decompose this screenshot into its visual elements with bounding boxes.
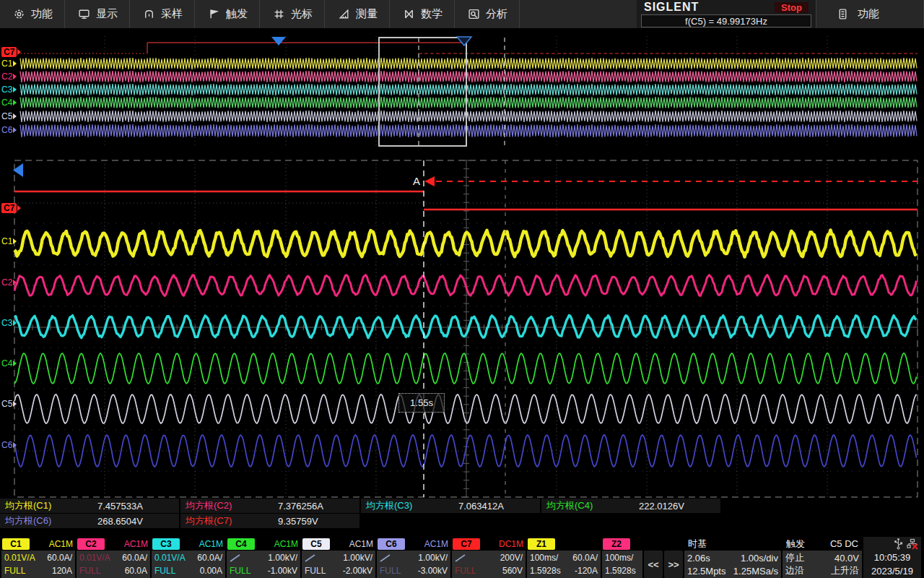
waveform-main-grid[interactable]: A C7C1C2C3C4C5C6 1.55s [0,159,924,500]
channel-coupling: AC1M [424,539,448,549]
menu-item-analysis[interactable]: 分析 [455,0,520,28]
menu-label: 功能 [31,7,53,21]
channel-coupling: AC1M [49,539,73,549]
measurement-label: 均方根(C1) [5,499,51,512]
menu-label: 数学 [421,7,443,21]
menu-label: 分析 [486,7,507,21]
history-back-button[interactable]: << [644,551,663,578]
zoom-badge[interactable]: Z2 [603,538,630,550]
channel-badge[interactable]: C3 [152,538,180,550]
cursor-delta-label[interactable]: 1.55s [398,393,445,413]
channel-status-C7[interactable]: C7DC1M200V/FULL560V [452,537,526,578]
menu-item-function-right[interactable]: 功能 [816,0,924,28]
trigger-panel[interactable]: 触发C5 DC停止40.0V边沿上升沿 [783,537,862,578]
gear-icon [13,8,25,20]
channel-label-C5[interactable]: C5 [1,399,17,409]
menu-item-cursors[interactable]: 光标 [260,0,325,28]
channel-label-C6[interactable]: C6 [1,125,17,135]
channel-pointer-icon [13,442,17,448]
measurement-value: 222.0126V [639,501,684,512]
zoom-badge[interactable]: Z1 [528,538,555,550]
trace-C6 [14,435,917,467]
zoom-status-Z1[interactable]: Z1100ms/60.0A/1.5928s-120A [527,537,601,578]
menu-label: 光标 [291,7,313,21]
channel-label-C4[interactable]: C4 [1,98,17,108]
channel-label-C6[interactable]: C6 [1,440,17,450]
history-forward-button[interactable]: >> [664,551,683,578]
menu-label: 触发 [226,7,248,21]
analysis-icon [468,8,480,20]
channel-coupling: AC1M [124,539,148,549]
acquisition-status-badge[interactable]: Stop [775,2,808,13]
list-icon [837,8,849,20]
measurement-cell[interactable]: 均方根(C4)222.0126V [541,499,720,513]
marker-label: A [413,175,420,187]
menu-label: 功能 [858,7,879,21]
measurement-cell[interactable]: 均方根(C7)9.35759V [180,514,359,528]
channel-badge[interactable]: C2 [77,538,105,550]
timebase-panel[interactable]: 时基2.06s1.00s/div12.5Mpts1.25MSa/s [684,537,781,578]
measurement-label: 均方根(C2) [186,499,232,512]
timebase-title: 时基 [688,538,707,551]
channel-pointer-icon [13,238,17,244]
channel-badge[interactable]: C7 [453,538,480,550]
measurement-cell[interactable]: 均方根(C2)7.376256A [180,499,359,513]
measurement-cell[interactable]: 均方根(C6)268.6504V [0,514,179,528]
measurement-panel: 均方根(C1)7.457533A均方根(C2)7.376256A均方根(C3)7… [0,499,924,530]
channel-pointer-icon [17,205,21,211]
channel-badge[interactable]: C5 [302,538,330,550]
measurement-value: 9.35759V [278,516,318,527]
menu-item-trigger[interactable]: 触发 [195,0,260,28]
menu-item-display[interactable]: 显示 [65,0,130,28]
menu-left: 功能显示采样触发光标测量数学分析 [0,0,520,28]
channel-status-C6[interactable]: C6AC1M1.00kV/FULL-3.00kV [377,537,450,578]
measurement-value: 7.376256A [278,501,323,512]
channel-label-C3[interactable]: C3 [1,85,17,95]
clock-panel: 10:05:392023/5/19 [863,537,921,578]
channel-pointer-icon [13,280,17,285]
channel-badge[interactable]: C1 [2,538,30,550]
overview-trace-C6 [20,124,917,137]
channel-status-C4[interactable]: C4AC1M1.00kV/FULL-1.00kV [227,537,300,578]
channel-pointer-icon [17,49,21,55]
channel-label-C7[interactable]: C7 [1,47,21,57]
overview-trace-C4 [20,97,917,108]
measurement-cell[interactable]: 均方根(C1)7.457533A [0,499,179,513]
channel-label-C3[interactable]: C3 [1,318,17,328]
waveform-overview-strip[interactable]: C7C1C2C3C4C5C6 [0,33,924,150]
channel-pointer-icon [13,61,17,66]
menu-bar: 功能显示采样触发光标测量数学分析 SIGLENT Stop f(C5) = 49… [0,0,924,30]
channel-pointer-icon [13,361,17,366]
channel-badge[interactable]: C4 [227,538,255,550]
channel-label-C1[interactable]: C1 [1,236,17,246]
frequency-counter: f(C5) = 49.99173Hz [641,14,811,27]
channel-label-C5[interactable]: C5 [1,111,17,121]
oscilloscope-screen: 功能显示采样触发光标测量数学分析 SIGLENT Stop f(C5) = 49… [0,0,924,578]
measurement-value: 268.6504V [97,516,143,527]
channel-label-C1[interactable]: C1 [1,59,17,69]
channel-label-C4[interactable]: C4 [1,358,17,368]
menu-item-math[interactable]: 数学 [390,0,455,28]
zoom-status-Z2[interactable]: Z2100ms/1.5928s [602,537,642,578]
menu-item-measure[interactable]: 测量 [325,0,390,28]
channel-pointer-icon [13,74,17,79]
channel-status-C2[interactable]: C2AC1M0.01V/A60.0A/FULL60.0A [77,537,150,578]
channel-pointer-icon [13,401,17,407]
menu-item-function[interactable]: 功能 [0,0,65,28]
channel-status-C1[interactable]: C1AC1M0.01V/A60.0A/FULL120A [1,537,75,578]
menu-item-acquire[interactable]: 采样 [130,0,195,28]
brand-logo: SIGLENT [644,1,699,14]
channel-label-C7[interactable]: C7 [1,203,21,213]
menu-label: 显示 [96,7,118,21]
measurement-label: 均方根(C7) [186,514,232,527]
measurement-cell[interactable]: 均方根(C3)7.063412A [361,499,540,513]
channel-coupling: AC1M [274,539,298,549]
channel-coupling: AC1M [349,539,373,549]
channel-label-C2[interactable]: C2 [1,277,17,288]
channel-status-C5[interactable]: C5AC1M1.00kV/FULL-2.00kV [302,537,375,578]
menu-label: 采样 [161,7,183,21]
main-plot: A [0,159,924,500]
channel-badge[interactable]: C6 [378,538,405,550]
channel-status-C3[interactable]: C3AC1M0.01V/A60.0A/FULL0.00A [152,537,225,578]
channel-label-C2[interactable]: C2 [1,72,17,82]
